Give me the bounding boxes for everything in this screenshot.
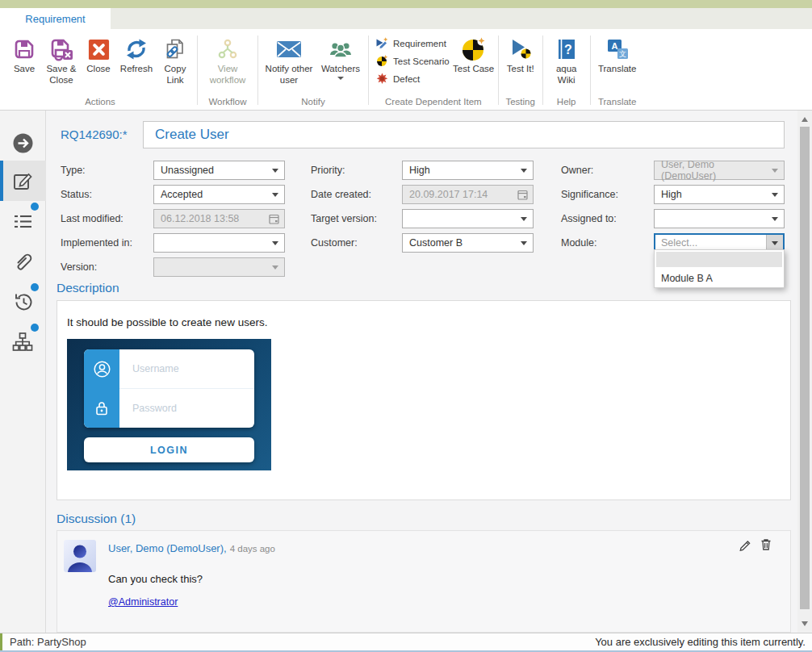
field-label-priority: Priority:	[311, 165, 402, 176]
ribbon-group-help: ? aqua Wiki Help	[545, 29, 588, 110]
paperclip-icon	[12, 251, 34, 273]
module-dropdown-button[interactable]	[766, 235, 783, 251]
chevron-down-icon	[772, 169, 778, 173]
group-label-testing: Testing	[502, 97, 539, 110]
field-label-customer: Customer:	[311, 237, 402, 249]
ribbon-group-translate: A文 Translate Translate	[592, 29, 642, 110]
aqua-wiki-button[interactable]: ? aqua Wiki	[546, 29, 587, 86]
delete-comment-button[interactable]	[760, 537, 772, 551]
test-scenario-icon	[375, 54, 389, 68]
save-and-close-button[interactable]: Save & Close	[42, 29, 81, 86]
description-text: It should be possible to create new user…	[67, 316, 781, 328]
sidebar-item-history[interactable]	[0, 282, 46, 322]
calendar-icon	[269, 214, 279, 227]
app-window: Requirement Save Save & Close	[0, 0, 812, 652]
create-test-scenario-button[interactable]: Test Scenario	[375, 54, 450, 68]
sidebar-collapse-button[interactable]	[0, 125, 46, 161]
chevron-down-icon	[521, 217, 527, 221]
create-defect-button[interactable]: Defect	[375, 72, 450, 86]
discussion-panel: User, Demo (DemoUser),4 days ago Can you…	[57, 530, 791, 633]
history-icon	[12, 291, 34, 313]
window-title-strip	[0, 0, 812, 8]
vertical-scrollbar[interactable]	[797, 111, 812, 633]
scroll-down-arrow-icon[interactable]	[802, 621, 808, 626]
description-heading: Description	[57, 281, 119, 295]
lock-icon	[84, 399, 119, 417]
description-editor[interactable]: It should be possible to create new user…	[57, 300, 791, 500]
save-button[interactable]: Save	[6, 29, 42, 75]
date-created-field: 20.09.2017 17:14	[402, 185, 534, 204]
sidebar-item-subitems[interactable]	[0, 201, 46, 241]
group-label-help: Help	[546, 97, 587, 110]
notify-other-user-button[interactable]: Notify other user	[262, 29, 316, 86]
login-mock-button: LOGIN	[84, 437, 254, 462]
module-option-blank[interactable]	[656, 252, 782, 267]
username-placeholder: Username	[132, 363, 179, 374]
assigned-to-dropdown[interactable]	[654, 209, 785, 228]
field-label-assigned-to: Assigned to:	[561, 213, 654, 224]
scroll-up-arrow-icon[interactable]	[802, 117, 808, 122]
svg-text:A: A	[611, 41, 617, 51]
defect-icon	[375, 72, 389, 86]
tab-requirement[interactable]: Requirement	[0, 8, 111, 29]
ribbon: Save Save & Close Close	[0, 29, 812, 111]
sidebar-item-attachments[interactable]	[0, 241, 46, 282]
scrollbar-thumb[interactable]	[800, 127, 810, 609]
save-icon	[12, 35, 36, 64]
owner-dropdown: User, Demo (DemoUser)	[654, 161, 785, 180]
field-label-module: Module:	[561, 237, 654, 249]
user-circle-icon	[84, 360, 119, 378]
wiki-icon: ?	[555, 35, 579, 64]
priority-dropdown[interactable]: High	[402, 161, 534, 180]
chevron-down-icon	[272, 265, 278, 270]
test-it-button[interactable]: Test It!	[502, 29, 539, 75]
avatar	[64, 540, 96, 572]
mention-link[interactable]: @Administrator	[108, 596, 178, 608]
refresh-button[interactable]: Refresh	[116, 29, 157, 75]
version-dropdown	[153, 257, 285, 277]
watchers-button[interactable]: Watchers	[316, 29, 365, 80]
close-button[interactable]: Close	[81, 29, 116, 75]
comment-text: Can you check this?	[108, 573, 203, 585]
ribbon-group-testing: Test It! Testing	[500, 29, 541, 110]
svg-text:?: ?	[564, 43, 572, 56]
title-input[interactable]	[143, 121, 785, 148]
editing-status-text: You are exclusively editing this item cu…	[595, 636, 806, 648]
customer-dropdown[interactable]: Customer B	[402, 233, 534, 253]
item-editor-panel: RQ142690:* Type: Unassigned Priority: Hi…	[46, 111, 797, 633]
implemented-in-dropdown[interactable]	[153, 233, 285, 253]
field-label-date-created: Date created:	[311, 189, 402, 200]
notification-dot	[31, 283, 39, 291]
discussion-heading: Discussion (1)	[57, 512, 136, 526]
sidebar-item-edit[interactable]	[0, 161, 46, 201]
type-dropdown[interactable]: Unassigned	[153, 161, 285, 180]
comment-timestamp: 4 days ago	[230, 544, 275, 554]
field-label-type: Type:	[61, 165, 153, 176]
ribbon-separator	[498, 36, 499, 105]
comment-header: User, Demo (DemoUser),4 days ago	[108, 541, 275, 555]
comment-author[interactable]: User, Demo (DemoUser),	[108, 542, 227, 554]
ribbon-tab-row: Requirement	[0, 8, 812, 29]
edit-icon	[12, 170, 34, 192]
ribbon-separator	[590, 36, 591, 105]
refresh-icon	[124, 35, 149, 64]
create-requirement-button[interactable]: Requirement	[375, 36, 450, 50]
module-option[interactable]: Module B A	[655, 269, 784, 287]
chevron-down-icon	[772, 241, 778, 245]
notification-dot	[31, 203, 39, 211]
target-version-dropdown[interactable]	[402, 209, 534, 228]
status-dropdown[interactable]: Accepted	[153, 185, 285, 204]
edit-comment-button[interactable]	[739, 537, 752, 551]
ribbon-group-notify: Notify other user Watchers Notify	[260, 29, 366, 110]
field-label-significance: Significance:	[561, 189, 654, 200]
chevron-down-icon	[272, 169, 278, 173]
ribbon-separator	[257, 36, 258, 105]
copy-link-button[interactable]: Copy Link	[157, 29, 194, 86]
significance-dropdown[interactable]: High	[654, 185, 785, 204]
create-test-case-button[interactable]: Test Case	[453, 29, 495, 75]
sidebar-item-dependencies[interactable]	[0, 322, 46, 362]
translate-button[interactable]: A文 Translate	[594, 29, 641, 75]
login-screenshot-image: Username Password LOGIN	[67, 339, 271, 470]
group-label-notify: Notify	[262, 97, 365, 110]
status-bar: Path: PartyShop You are exclusively edit…	[0, 633, 812, 652]
